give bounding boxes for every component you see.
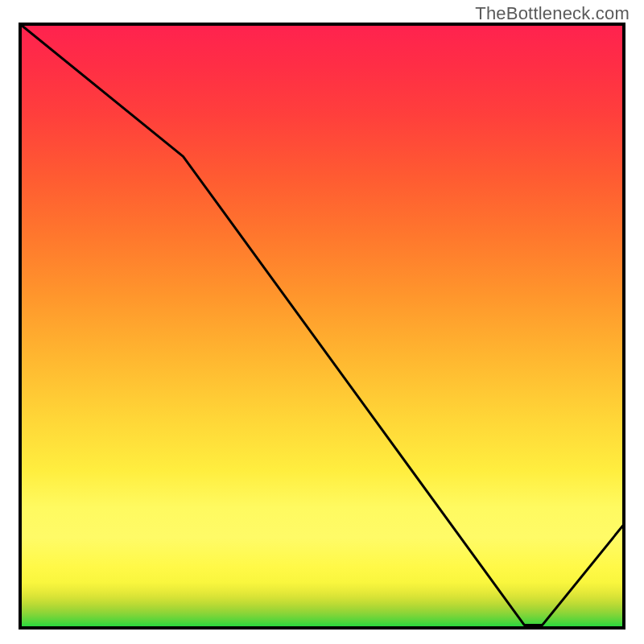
- bottleneck-chart: [0, 0, 644, 644]
- plot-gradient-background: [20, 24, 624, 628]
- chart-container: TheBottleneck.com: [0, 0, 644, 644]
- watermark-text: TheBottleneck.com: [475, 3, 630, 24]
